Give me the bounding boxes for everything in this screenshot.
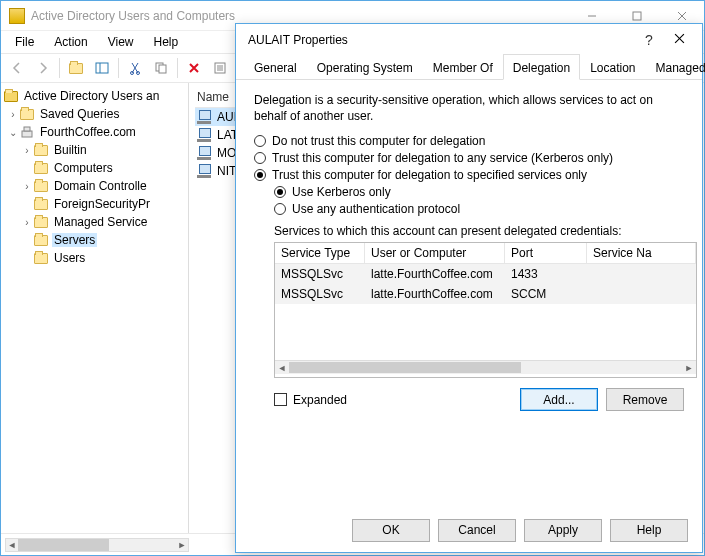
- tree-domain-controllers[interactable]: ›Domain Controlle: [1, 177, 188, 195]
- back-button[interactable]: [5, 56, 29, 80]
- col-user-or-computer[interactable]: User or Computer: [365, 243, 505, 263]
- computer-icon: [197, 164, 213, 178]
- menu-help[interactable]: Help: [146, 33, 187, 51]
- tab-general[interactable]: General: [244, 56, 307, 79]
- tab-member-of[interactable]: Member Of: [423, 56, 503, 79]
- cancel-button[interactable]: Cancel: [438, 519, 516, 542]
- menu-action[interactable]: Action: [46, 33, 95, 51]
- tab-managed-by[interactable]: Managed By: [646, 56, 705, 79]
- radio-kerberos-only[interactable]: Use Kerberos only: [274, 185, 684, 199]
- tree-fsp[interactable]: ForeignSecurityPr: [1, 195, 188, 213]
- radio-icon: [254, 152, 266, 164]
- expanded-label: Expanded: [293, 393, 347, 407]
- ok-button[interactable]: OK: [352, 519, 430, 542]
- properties-dialog: AULAIT Properties ? General Operating Sy…: [235, 23, 703, 553]
- table-row[interactable]: MSSQLSvc latte.FourthCoffee.com SCCM: [275, 284, 696, 304]
- dialog-help-button[interactable]: ?: [634, 32, 664, 48]
- tree-saved-queries[interactable]: ›Saved Queries: [1, 105, 188, 123]
- svg-rect-14: [22, 131, 32, 137]
- tree-pane: Active Directory Users an ›Saved Queries…: [1, 83, 189, 533]
- app-icon: [9, 8, 25, 24]
- dialog-title: AULAIT Properties: [248, 33, 634, 47]
- tree-builtin[interactable]: ›Builtin: [1, 141, 188, 159]
- radio-do-not-trust[interactable]: Do not trust this computer for delegatio…: [254, 134, 684, 148]
- remove-button[interactable]: Remove: [606, 388, 684, 411]
- forward-button[interactable]: [31, 56, 55, 80]
- tab-operating-system[interactable]: Operating System: [307, 56, 423, 79]
- table-row[interactable]: MSSQLSvc latte.FourthCoffee.com 1433: [275, 264, 696, 284]
- col-port[interactable]: Port: [505, 243, 587, 263]
- svg-rect-4: [96, 63, 108, 73]
- properties-button[interactable]: [208, 56, 232, 80]
- up-button[interactable]: [64, 56, 88, 80]
- tree-hscrollbar[interactable]: ◄►: [5, 538, 189, 552]
- computer-icon: [197, 146, 213, 160]
- col-service-type[interactable]: Service Type: [275, 243, 365, 263]
- cut-button[interactable]: [123, 56, 147, 80]
- radio-icon: [274, 203, 286, 215]
- svg-rect-1: [633, 12, 641, 20]
- add-button[interactable]: Add...: [520, 388, 598, 411]
- delete-button[interactable]: [182, 56, 206, 80]
- services-hscrollbar[interactable]: ◄►: [275, 360, 696, 374]
- tree-domain[interactable]: ⌄FourthCoffee.com: [1, 123, 188, 141]
- tree-users[interactable]: Users: [1, 249, 188, 267]
- menu-view[interactable]: View: [100, 33, 142, 51]
- radio-trust-any[interactable]: Trust this computer for delegation to an…: [254, 151, 684, 165]
- apply-button[interactable]: Apply: [524, 519, 602, 542]
- tab-strip: General Operating System Member Of Deleg…: [236, 56, 702, 80]
- aduc-window: Active Directory Users and Computers Fil…: [0, 0, 705, 556]
- tree-msa[interactable]: ›Managed Service: [1, 213, 188, 231]
- dialog-titlebar: AULAIT Properties ?: [236, 24, 702, 56]
- svg-rect-15: [24, 127, 30, 131]
- dialog-close-button[interactable]: [664, 33, 694, 47]
- services-label: Services to which this account can prese…: [274, 224, 684, 238]
- col-service-name[interactable]: Service Na: [587, 243, 696, 263]
- radio-icon: [254, 135, 266, 147]
- computer-icon: [197, 110, 213, 124]
- help-button[interactable]: Help: [610, 519, 688, 542]
- window-title: Active Directory Users and Computers: [31, 9, 569, 23]
- services-table: Service Type User or Computer Port Servi…: [274, 242, 697, 378]
- tree-servers[interactable]: Servers: [1, 231, 188, 249]
- tab-delegation[interactable]: Delegation: [503, 54, 580, 80]
- copy-button[interactable]: [149, 56, 173, 80]
- tab-location[interactable]: Location: [580, 56, 645, 79]
- tree-computers[interactable]: Computers: [1, 159, 188, 177]
- radio-icon: [254, 169, 266, 181]
- expanded-checkbox[interactable]: [274, 393, 287, 406]
- show-hide-button[interactable]: [90, 56, 114, 80]
- menu-file[interactable]: File: [7, 33, 42, 51]
- computer-icon: [197, 128, 213, 142]
- table-header: Service Type User or Computer Port Servi…: [275, 243, 696, 264]
- radio-any-auth[interactable]: Use any authentication protocol: [274, 202, 684, 216]
- svg-rect-9: [159, 65, 166, 73]
- delegation-description: Delegation is a security-sensitive opera…: [254, 92, 684, 124]
- radio-trust-specified[interactable]: Trust this computer for delegation to sp…: [254, 168, 684, 182]
- radio-icon: [274, 186, 286, 198]
- dialog-footer: OK Cancel Apply Help: [236, 508, 702, 552]
- tree-root[interactable]: Active Directory Users an: [1, 87, 188, 105]
